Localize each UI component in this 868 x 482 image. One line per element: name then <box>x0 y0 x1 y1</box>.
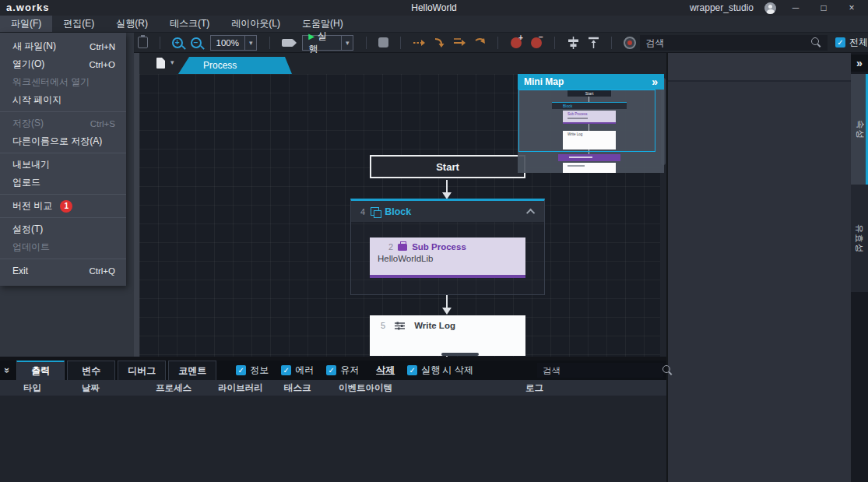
step-over-icon[interactable] <box>413 37 426 48</box>
file-menu: 새 파일(N)Ctrl+N 열기(O)Ctrl+O 워크센터에서 열기 시작 페… <box>0 33 126 286</box>
minimap-body[interactable]: Start Block Sub Process Write Log <box>518 90 664 173</box>
file-menu-save: 저장(S)Ctrl+S <box>0 114 126 132</box>
output-panel-tabbar: » 출력 변수 디버그 코멘트 ✓정보 ✓에러 ✓유저 삭제 ✓실행 시 삭제 <box>0 361 666 380</box>
search-icon[interactable] <box>811 37 821 47</box>
panel-collapse-icon[interactable]: » <box>851 55 868 72</box>
menu-run[interactable]: 실행(R) <box>105 16 159 32</box>
minimap-collapse-icon[interactable]: » <box>652 75 658 89</box>
start-node[interactable]: Start <box>370 155 525 178</box>
toolbar-separator <box>160 37 160 49</box>
align-horizontal-icon[interactable] <box>567 37 580 49</box>
tab-validation[interactable]: 유효성 <box>851 185 868 292</box>
search-icon[interactable] <box>662 365 673 375</box>
paste-icon[interactable] <box>138 37 148 48</box>
toolbar-search <box>640 35 828 51</box>
file-menu-open-workcenter: 워크센터에서 열기 <box>0 73 126 91</box>
zoom-out-icon[interactable]: − <box>191 37 202 48</box>
close-button[interactable]: × <box>843 2 860 13</box>
minimap-collapsed-block-node <box>558 154 620 161</box>
block-header[interactable]: 4 Block <box>351 201 544 222</box>
checkbox-checked-icon[interactable]: ✓ <box>326 365 336 375</box>
subprocess-name: HelloWorldLib <box>378 254 518 263</box>
output-panel: » 출력 변수 디버그 코멘트 ✓정보 ✓에러 ✓유저 삭제 ✓실행 시 삭제 … <box>0 357 666 482</box>
filter-error[interactable]: ✓에러 <box>281 364 314 377</box>
col-task[interactable]: 태스크 <box>284 382 311 394</box>
run-options-caret-icon[interactable]: ▾ <box>342 39 353 47</box>
record-video-icon[interactable] <box>282 39 293 47</box>
checkbox-checked-icon[interactable]: ✓ <box>835 37 845 47</box>
chevron-up-icon[interactable] <box>526 208 535 216</box>
tab-variables[interactable]: 변수 <box>67 361 115 380</box>
select-all-filter[interactable]: ✓ 전체 <box>835 36 868 49</box>
col-process[interactable]: 프로세스 <box>156 382 192 394</box>
col-log[interactable]: 로그 <box>525 382 543 394</box>
user-name: wrapper_studio <box>690 2 754 13</box>
menu-layout[interactable]: 레이아웃(L) <box>220 16 291 32</box>
delete-logs-link[interactable]: 삭제 <box>376 364 395 377</box>
process-canvas[interactable]: ▾ Process Start 4 Block 2 Sub Process <box>134 53 666 357</box>
menu-separator <box>0 111 126 112</box>
file-caret-icon[interactable]: ▾ <box>170 58 174 66</box>
tab-comments[interactable]: 코멘트 <box>168 361 216 380</box>
file-menu-exit[interactable]: ExitCtrl+Q <box>0 262 126 280</box>
menu-file[interactable]: 파일(F) <box>0 16 52 32</box>
node-index: 5 <box>381 321 385 330</box>
caret-down-icon[interactable]: ▾ <box>245 39 257 47</box>
checkbox-checked-icon[interactable]: ✓ <box>407 365 417 375</box>
tab-debug[interactable]: 디버그 <box>118 361 166 380</box>
file-menu-open[interactable]: 열기(O)Ctrl+O <box>0 55 126 73</box>
log-search-input[interactable] <box>543 366 662 375</box>
col-date[interactable]: 날짜 <box>82 382 100 394</box>
toolbar-search-input[interactable] <box>646 37 811 48</box>
file-menu-upload[interactable]: 업로드 <box>0 174 126 192</box>
checkbox-checked-icon[interactable]: ✓ <box>281 365 291 375</box>
node-index: 2 <box>388 242 393 252</box>
minimap-node <box>563 163 616 173</box>
user-avatar-icon[interactable] <box>764 2 776 14</box>
zoom-level-value: 100% <box>211 38 244 47</box>
subprocess-node[interactable]: 2 Sub Process HelloWorldLib <box>370 237 525 278</box>
align-top-icon[interactable] <box>588 37 599 49</box>
filter-info[interactable]: ✓정보 <box>236 364 269 377</box>
app-window: a.works HelloWorld wrapper_studio ─ □ × … <box>0 0 868 482</box>
zoom-in-icon[interactable]: + <box>172 37 183 48</box>
minimap-header: Mini Map » <box>518 74 664 90</box>
new-file-icon[interactable] <box>156 58 165 69</box>
tab-output[interactable]: 출력 <box>16 361 65 380</box>
minimize-button[interactable]: ─ <box>787 2 804 13</box>
filter-user[interactable]: ✓유저 <box>326 364 359 377</box>
checkbox-checked-icon[interactable]: ✓ <box>236 365 246 375</box>
briefcase-icon <box>398 244 407 251</box>
subprocess-label: Sub Process <box>412 242 466 252</box>
log-table-body[interactable] <box>0 396 666 482</box>
stop-icon <box>378 37 388 47</box>
maximize-button[interactable]: □ <box>815 2 832 13</box>
col-type[interactable]: 타입 <box>23 382 41 394</box>
run-button[interactable]: ▶실행 ▾ <box>302 35 353 51</box>
tab-properties[interactable]: 속성 <box>851 74 868 185</box>
step-out-icon[interactable] <box>453 37 466 48</box>
writelog-node[interactable]: 5 Write Log <box>370 315 525 356</box>
properties-panel <box>666 53 851 482</box>
file-menu-version-compare[interactable]: 버전 비교1 <box>0 197 126 215</box>
filter-delete-on-run[interactable]: ✓실행 시 삭제 <box>407 364 473 377</box>
rerun-icon[interactable] <box>474 37 486 48</box>
step-into-icon[interactable] <box>434 37 445 48</box>
remove-breakpoint-icon[interactable] <box>531 37 542 48</box>
file-menu-start-page[interactable]: 시작 페이지 <box>0 91 126 109</box>
file-menu-export[interactable]: 내보내기 <box>0 156 126 174</box>
file-menu-save-as[interactable]: 다른이름으로 저장(A) <box>0 132 126 150</box>
col-eventitem[interactable]: 이벤트아이템 <box>339 382 392 394</box>
add-breakpoint-icon[interactable] <box>511 37 522 48</box>
zoom-level-select[interactable]: 100% ▾ <box>210 35 258 51</box>
minimap-viewport[interactable] <box>518 90 655 152</box>
menu-edit[interactable]: 편집(E) <box>52 16 105 32</box>
file-menu-settings[interactable]: 설정(T) <box>0 220 126 238</box>
canvas-hscrollbar-thumb[interactable] <box>441 353 479 356</box>
panel-collapse-down-icon[interactable]: » <box>2 368 13 373</box>
col-library[interactable]: 라이브러리 <box>218 382 263 394</box>
file-menu-new[interactable]: 새 파일(N)Ctrl+N <box>0 37 126 55</box>
tab-process[interactable]: Process <box>178 57 292 74</box>
record-icon[interactable] <box>624 37 636 49</box>
menu-task[interactable]: 테스크(T) <box>159 16 220 32</box>
